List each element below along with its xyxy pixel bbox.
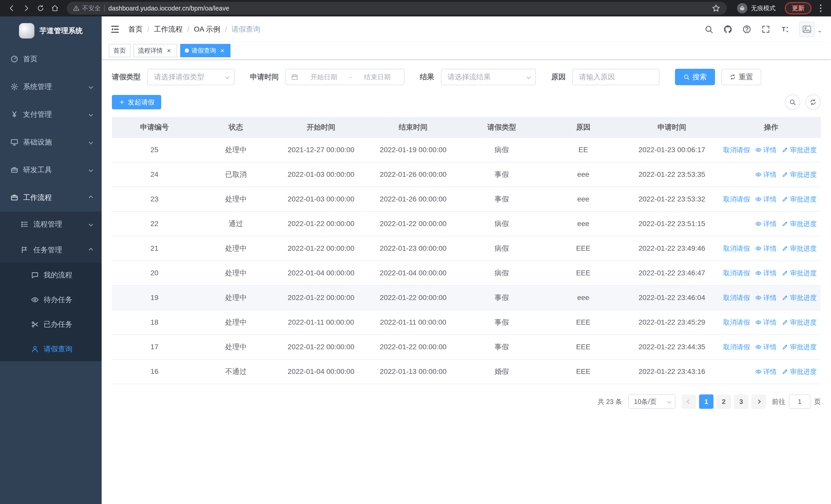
- tag-view-item[interactable]: 首页: [109, 44, 131, 57]
- close-icon[interactable]: ×: [219, 47, 226, 54]
- detail-link[interactable]: 详情: [755, 269, 777, 278]
- toggle-search-button[interactable]: [785, 94, 800, 110]
- tag-view-item[interactable]: 请假查询×: [180, 44, 230, 57]
- sidebar-item-label: 基础设施: [23, 137, 52, 147]
- search-button[interactable]: 搜索: [675, 69, 715, 85]
- cancel-leave-link[interactable]: 取消请假: [721, 318, 750, 327]
- browser-forward-button[interactable]: [20, 2, 33, 15]
- sidebar-item[interactable]: 研发工具: [0, 156, 102, 184]
- approval-progress-link[interactable]: 审批进度: [782, 146, 816, 154]
- create-leave-button[interactable]: 发起请假: [112, 95, 161, 109]
- approval-progress-link[interactable]: 审批进度: [782, 343, 816, 352]
- cell-status: 处理中: [197, 261, 275, 285]
- page-size-value: 10条/页: [634, 397, 657, 406]
- cancel-leave-link[interactable]: 取消请假: [721, 293, 750, 302]
- date-range-picker[interactable]: 开始日期 - 结束日期: [285, 69, 404, 85]
- approval-progress-link[interactable]: 审批进度: [782, 293, 816, 302]
- cancel-leave-link[interactable]: 取消请假: [721, 195, 750, 204]
- cell-reason: EEE: [544, 261, 622, 285]
- sidebar-item[interactable]: 已办任务: [0, 312, 102, 337]
- cell-type: 事假: [459, 310, 544, 335]
- sidebar-item[interactable]: 我的流程: [0, 263, 102, 288]
- browser-home-button[interactable]: [48, 2, 62, 15]
- sidebar-item[interactable]: 流程管理: [0, 211, 102, 237]
- cancel-leave-link[interactable]: 取消请假: [721, 244, 750, 253]
- browser-reload-button[interactable]: [34, 2, 47, 15]
- page-number-button[interactable]: 3: [734, 394, 748, 409]
- menu-fold-icon[interactable]: [110, 24, 120, 34]
- eye-icon: [755, 294, 762, 301]
- goto-page-input[interactable]: [789, 394, 810, 409]
- goto-label: 前往: [772, 397, 785, 406]
- bookmark-star-icon[interactable]: [711, 4, 721, 13]
- action-label: 详情: [763, 269, 777, 278]
- pen-icon: [782, 270, 789, 276]
- sidebar-item[interactable]: 首页: [0, 45, 102, 73]
- page-number-button[interactable]: 1: [699, 394, 713, 409]
- detail-link[interactable]: 详情: [755, 318, 777, 327]
- sidebar-item[interactable]: 基础设施: [0, 128, 102, 156]
- approval-progress-link[interactable]: 审批进度: [782, 219, 816, 228]
- reset-button[interactable]: 重置: [721, 69, 761, 85]
- reason-input[interactable]: [572, 69, 660, 85]
- chevron-down-icon: [89, 112, 93, 117]
- tag-view-item[interactable]: 流程详情×: [134, 44, 177, 57]
- browser-back-button[interactable]: [5, 2, 19, 15]
- approval-progress-link[interactable]: 审批进度: [782, 318, 816, 327]
- page-number-button[interactable]: 2: [717, 394, 731, 409]
- pager: 123: [682, 394, 766, 409]
- sidebar-item[interactable]: 支付管理: [0, 100, 102, 128]
- approval-progress-link[interactable]: 审批进度: [782, 195, 816, 204]
- github-icon[interactable]: [723, 25, 733, 34]
- breadcrumb-item[interactable]: OA 示例: [194, 24, 221, 34]
- search-icon[interactable]: [704, 25, 713, 34]
- sidebar-item[interactable]: 工作流程: [0, 184, 102, 211]
- detail-link[interactable]: 详情: [755, 244, 777, 253]
- detail-link[interactable]: 详情: [755, 343, 777, 352]
- cell-apply: 2022-01-22 23:49:46: [622, 236, 722, 261]
- fullscreen-icon[interactable]: [761, 25, 770, 34]
- cancel-leave-link[interactable]: 取消请假: [721, 269, 750, 278]
- browser-update-button[interactable]: 更新: [785, 2, 811, 14]
- font-size-icon[interactable]: T: [780, 25, 790, 34]
- detail-link[interactable]: 详情: [755, 146, 777, 154]
- security-status[interactable]: 不安全: [73, 4, 101, 12]
- approval-progress-link[interactable]: 审批进度: [782, 244, 816, 253]
- url-bar[interactable]: 不安全 dashboard.yudao.iocoder.cn/bpm/oa/le…: [67, 2, 727, 14]
- next-page-button[interactable]: [751, 394, 766, 409]
- cell-type: 事假: [459, 335, 544, 359]
- cell-id: 21: [112, 236, 197, 261]
- result-select[interactable]: 请选择流结果: [441, 69, 536, 85]
- close-icon[interactable]: ×: [165, 47, 172, 54]
- action-label: 审批进度: [790, 244, 816, 253]
- sidebar-item[interactable]: 系统管理: [0, 73, 102, 100]
- cell-type: 事假: [459, 285, 544, 310]
- detail-link[interactable]: 详情: [755, 195, 777, 204]
- page-size-select[interactable]: 10条/页: [628, 394, 676, 409]
- detail-link[interactable]: 详情: [755, 219, 777, 228]
- cell-id: 18: [112, 310, 197, 335]
- breadcrumb-item[interactable]: 工作流程: [154, 24, 183, 34]
- leave-type-select[interactable]: 请选择请假类型: [147, 69, 235, 85]
- action-label: 取消请假: [723, 244, 750, 253]
- detail-link[interactable]: 详情: [755, 170, 777, 179]
- sidebar-item[interactable]: 任务管理: [0, 237, 102, 263]
- detail-link[interactable]: 详情: [755, 367, 777, 376]
- sidebar-item[interactable]: 请假查询: [0, 337, 102, 361]
- table-row: 20处理中2022-01-04 00:00:002022-01-04 00:00…: [112, 261, 821, 285]
- sidebar-item[interactable]: 待办任务: [0, 288, 102, 312]
- url-divider: [104, 5, 105, 12]
- detail-link[interactable]: 详情: [755, 293, 777, 302]
- prev-page-button[interactable]: [682, 394, 696, 409]
- browser-menu-icon[interactable]: [815, 3, 826, 13]
- help-icon[interactable]: [742, 25, 751, 34]
- approval-progress-link[interactable]: 审批进度: [782, 367, 816, 376]
- cancel-leave-link[interactable]: 取消请假: [721, 146, 750, 154]
- refresh-table-button[interactable]: [805, 94, 821, 110]
- breadcrumb-item[interactable]: 首页: [128, 24, 143, 34]
- sidebar-submenu: 我的流程待办任务已办任务请假查询: [0, 263, 102, 361]
- user-avatar[interactable]: [799, 22, 823, 37]
- approval-progress-link[interactable]: 审批进度: [782, 269, 816, 278]
- approval-progress-link[interactable]: 审批进度: [782, 170, 816, 179]
- cancel-leave-link[interactable]: 取消请假: [721, 343, 750, 352]
